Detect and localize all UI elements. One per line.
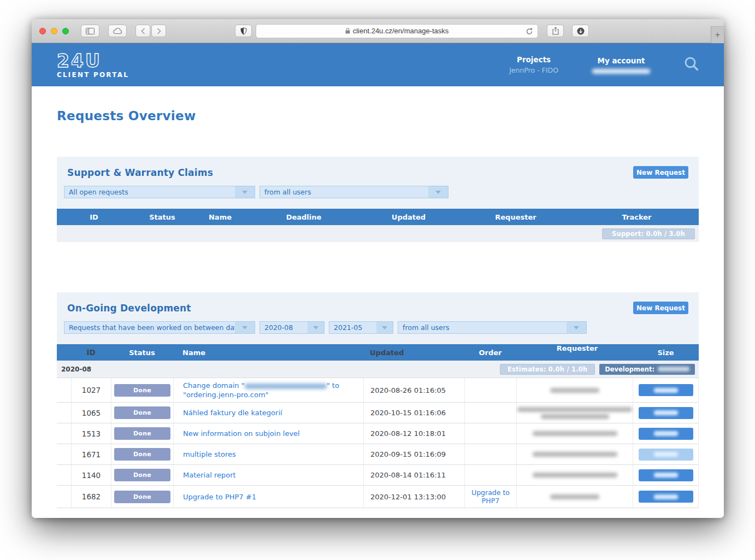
user-filter-select[interactable]: from all users bbox=[398, 321, 587, 334]
cloud-icon bbox=[113, 28, 122, 34]
size-value-redacted bbox=[654, 452, 678, 457]
user-filter-select[interactable]: from all users bbox=[259, 186, 449, 198]
new-request-button[interactable]: New Request bbox=[633, 166, 688, 179]
requester-redacted bbox=[533, 431, 617, 436]
order-cell bbox=[464, 465, 516, 485]
request-filter-select[interactable]: All open requests bbox=[64, 186, 255, 198]
status-badge: Done bbox=[114, 448, 170, 461]
request-id: 1027 bbox=[71, 378, 111, 402]
sidebar-toggle-button[interactable] bbox=[81, 25, 99, 37]
column-header[interactable]: Status bbox=[131, 209, 193, 225]
request-name-link[interactable]: Change domain "" to "ordering.jenn-pro.c… bbox=[183, 381, 358, 399]
status-badge: Done bbox=[114, 406, 170, 419]
date-from-select[interactable]: 2020-08 bbox=[259, 321, 325, 334]
forward-button[interactable] bbox=[151, 25, 166, 37]
size-badge[interactable] bbox=[639, 384, 693, 396]
table-row: 1140 Done Material report 2020-08-14 01:… bbox=[57, 465, 699, 486]
column-header[interactable]: Requester bbox=[516, 344, 633, 361]
request-name-link[interactable]: New information on subjoin level bbox=[183, 429, 300, 438]
development-hours-redacted bbox=[658, 367, 689, 372]
requester-redacted bbox=[550, 388, 599, 393]
order-cell: Upgrade to PHP7 bbox=[464, 486, 516, 508]
requester-cell bbox=[516, 444, 633, 464]
column-header[interactable]: Name bbox=[193, 209, 247, 225]
size-badge[interactable] bbox=[639, 407, 693, 419]
icloud-tabs-button[interactable] bbox=[108, 25, 127, 37]
reload-icon[interactable] bbox=[526, 27, 533, 36]
nav-projects[interactable]: Projects JennPro - FIDO bbox=[509, 55, 558, 74]
minimize-window-button[interactable] bbox=[51, 28, 57, 34]
search-icon bbox=[684, 56, 699, 71]
row-spacer bbox=[57, 465, 71, 485]
back-button[interactable] bbox=[135, 25, 150, 37]
size-badge[interactable] bbox=[639, 449, 693, 461]
requester-cell bbox=[516, 465, 633, 485]
table-row: 1682 Done Upgrade to PHP7 #1 2020-12-01 … bbox=[57, 486, 699, 508]
size-badge[interactable] bbox=[639, 469, 693, 481]
column-header[interactable]: Updated bbox=[361, 209, 457, 225]
downloads-button[interactable] bbox=[572, 25, 589, 37]
request-name-link[interactable]: Upgrade to PHP7 #1 bbox=[183, 492, 256, 502]
row-spacer bbox=[57, 344, 71, 361]
updated-cell: 2020-10-15 01:16:06 bbox=[363, 403, 464, 423]
column-header[interactable]: Tracker bbox=[575, 209, 699, 225]
share-button[interactable] bbox=[547, 25, 564, 37]
updated-cell: 2020-08-14 01:16:11 bbox=[363, 465, 464, 485]
order-link[interactable]: Upgrade to PHP7 bbox=[465, 488, 516, 505]
column-header[interactable]: Deadline bbox=[247, 209, 361, 225]
request-name-link[interactable]: Náhled faktury dle kategorií bbox=[183, 408, 282, 417]
close-window-button[interactable] bbox=[39, 28, 46, 34]
order-cell bbox=[464, 403, 516, 423]
size-badge[interactable] bbox=[639, 491, 693, 503]
table-row: 1671 Done multiple stores 2020-09-15 01:… bbox=[57, 444, 699, 465]
chevron-down-icon bbox=[376, 322, 393, 333]
column-header[interactable]: Status bbox=[111, 344, 173, 361]
order-cell bbox=[464, 444, 516, 464]
size-cell bbox=[633, 423, 699, 444]
row-spacer bbox=[57, 486, 71, 508]
row-spacer bbox=[57, 444, 71, 464]
column-header[interactable]: Requester bbox=[457, 209, 575, 225]
share-icon bbox=[552, 27, 559, 35]
status-cell: Done bbox=[111, 465, 173, 485]
size-cell bbox=[633, 486, 699, 508]
requester-redacted bbox=[517, 407, 632, 412]
size-badge[interactable] bbox=[639, 428, 693, 440]
new-request-button[interactable]: New Request bbox=[633, 302, 688, 314]
requester-redacted bbox=[541, 414, 609, 419]
chevron-down-icon bbox=[308, 322, 324, 333]
status-cell: Done bbox=[111, 486, 173, 508]
status-cell: Done bbox=[111, 423, 173, 444]
order-cell bbox=[464, 423, 516, 444]
name-cell: Upgrade to PHP7 #1 bbox=[173, 486, 363, 508]
column-header[interactable]: Name bbox=[173, 344, 363, 361]
worked-on-filter-select[interactable]: Requests that have been worked on betwee… bbox=[64, 321, 255, 334]
request-id: 1140 bbox=[71, 465, 111, 485]
privacy-report-button[interactable] bbox=[235, 25, 252, 37]
request-name-link[interactable]: multiple stores bbox=[183, 450, 236, 459]
row-spacer bbox=[57, 403, 71, 423]
zoom-window-button[interactable] bbox=[62, 28, 69, 34]
column-header[interactable]: ID bbox=[71, 344, 111, 361]
column-header[interactable]: ID bbox=[57, 209, 131, 225]
table-row: 1065 Done Náhled faktury dle kategorií 2… bbox=[57, 403, 699, 423]
size-cell bbox=[633, 378, 699, 402]
select-value: from all users bbox=[264, 188, 311, 196]
table-row: 1027 Done Change domain "" to "ordering.… bbox=[57, 378, 699, 403]
month-group-label: 2020-08 bbox=[57, 366, 91, 373]
select-value: from all users bbox=[403, 323, 449, 332]
address-bar[interactable]: client.24u.cz/en/manage-tasks bbox=[256, 24, 538, 38]
new-tab-button[interactable]: + bbox=[711, 26, 724, 43]
request-name-link[interactable]: Material report bbox=[183, 470, 236, 480]
column-header[interactable]: Updated bbox=[363, 344, 464, 361]
column-header[interactable]: Order bbox=[464, 344, 516, 361]
support-warranty-section: Support & Warranty Claims New Request Al… bbox=[57, 157, 699, 242]
status-badge: Done bbox=[114, 427, 170, 440]
requester-cell bbox=[516, 403, 633, 423]
nav-my-account[interactable]: My account bbox=[592, 56, 650, 74]
search-button[interactable] bbox=[684, 56, 699, 73]
date-to-select[interactable]: 2021-05 bbox=[329, 321, 393, 334]
account-name-redacted bbox=[592, 69, 650, 74]
column-header[interactable]: Size bbox=[633, 344, 699, 361]
site-logo[interactable]: 24U CLIENT PORTAL bbox=[57, 52, 129, 78]
